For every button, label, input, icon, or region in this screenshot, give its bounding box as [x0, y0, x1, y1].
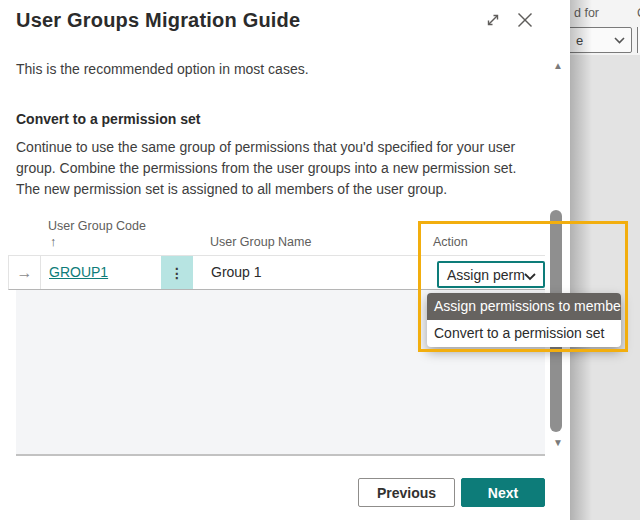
action-dropdown-popup: Assign permissions to members Convert to…	[427, 293, 621, 347]
user-group-code-cell: GROUP1	[49, 263, 108, 281]
close-icon	[515, 10, 535, 30]
user-group-name-cell: Group 1	[211, 264, 262, 280]
column-header-user-group-code[interactable]: User Group Code	[48, 219, 146, 233]
screen: d for C e User Groups Migration Guide	[0, 0, 640, 520]
dropdown-option-assign-permissions[interactable]: Assign permissions to members	[427, 293, 621, 320]
background-page-header-area: d for C e	[570, 0, 640, 55]
section-heading: Convert to a permission set	[16, 111, 200, 127]
next-button[interactable]: Next	[461, 478, 545, 507]
dropdown-option-convert-permission-set[interactable]: Convert to a permission set	[427, 320, 621, 347]
column-header-user-group-name[interactable]: User Group Name	[210, 235, 311, 249]
dialog-title: User Groups Migration Guide	[16, 9, 300, 32]
background-select[interactable]: e	[566, 27, 632, 53]
chevron-down-icon	[614, 37, 625, 44]
expand-dialog-button[interactable]	[484, 11, 506, 33]
chevron-down-icon	[524, 273, 536, 281]
recommendation-text: This is the recommended option in most c…	[16, 61, 309, 77]
user-group-code-link[interactable]: GROUP1	[49, 264, 108, 280]
user-groups-migration-dialog: User Groups Migration Guide This is the …	[0, 0, 570, 520]
background-field-label: d for	[574, 6, 599, 20]
action-select[interactable]: Assign perm	[437, 261, 545, 288]
previous-button[interactable]: Previous	[358, 478, 455, 507]
section-description: Continue to use the same group of permis…	[16, 137, 534, 200]
row-ellipsis-menu-icon[interactable]: ⋮	[161, 256, 193, 289]
scrollbar-down-arrow[interactable]: ▼	[550, 437, 566, 448]
action-select-value: Assign perm	[447, 267, 525, 283]
column-header-action[interactable]: Action	[433, 235, 468, 249]
background-select-value: e	[576, 33, 583, 48]
expand-icon	[484, 11, 502, 29]
background-page-strip: d for C e	[570, 0, 640, 520]
close-dialog-button[interactable]	[515, 10, 537, 32]
sort-ascending-icon: ↑	[50, 235, 56, 249]
scrollbar-up-arrow[interactable]: ▲	[550, 60, 566, 71]
row-selector-arrow-icon[interactable]: →	[9, 256, 41, 289]
